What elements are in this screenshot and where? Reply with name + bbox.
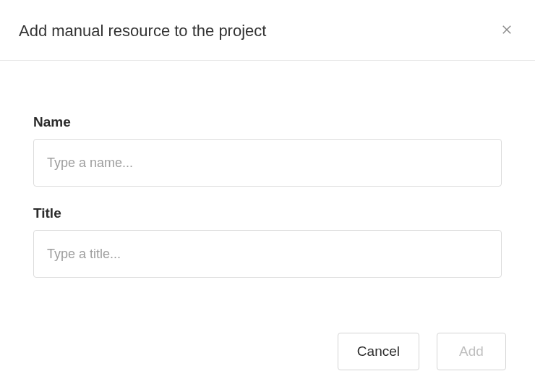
title-input[interactable] [33,230,502,278]
name-input[interactable] [33,139,502,187]
dialog-footer: Cancel Add [338,333,506,370]
name-label: Name [33,114,502,130]
title-label: Title [33,205,502,221]
add-button[interactable]: Add [437,333,506,370]
dialog-title: Add manual resource to the project [19,22,266,41]
dialog-add-manual-resource: Add manual resource to the project Name … [0,0,535,392]
close-button[interactable] [497,20,516,41]
cancel-button[interactable]: Cancel [338,333,419,370]
close-icon [500,23,513,38]
field-name: Name [33,114,502,187]
dialog-body: Name Title [0,61,535,278]
dialog-header: Add manual resource to the project [0,0,535,61]
field-title: Title [33,205,502,278]
